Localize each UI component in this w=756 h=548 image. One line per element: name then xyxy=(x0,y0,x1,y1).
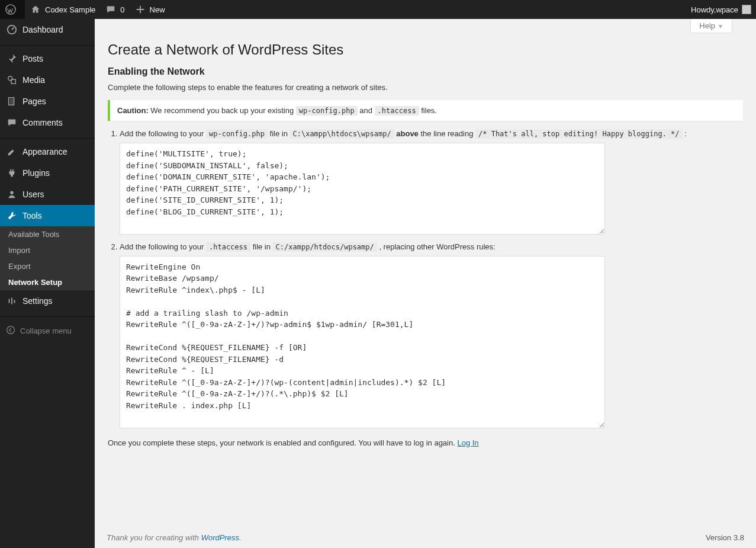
howdy-prefix: Howdy, xyxy=(691,5,716,14)
site-title: Codex Sample xyxy=(45,5,95,14)
admin-bar: Codex Sample 0 New Howdy, wpace xyxy=(0,0,756,19)
wordpress-logo-icon xyxy=(5,4,17,15)
site-name[interactable]: Codex Sample xyxy=(25,0,100,19)
my-account[interactable]: Howdy, wpace xyxy=(686,0,756,19)
comments-bubble[interactable]: 0 xyxy=(100,0,129,19)
avatar xyxy=(742,5,751,14)
plus-icon xyxy=(134,4,146,15)
new-label: New xyxy=(150,5,165,14)
user-name: wpace xyxy=(716,5,738,14)
wp-logo[interactable] xyxy=(0,0,25,19)
new-content[interactable]: New xyxy=(130,0,170,19)
home-icon xyxy=(30,4,41,15)
svg-point-0 xyxy=(6,5,15,14)
comment-icon xyxy=(105,4,117,15)
comments-count: 0 xyxy=(120,5,124,14)
